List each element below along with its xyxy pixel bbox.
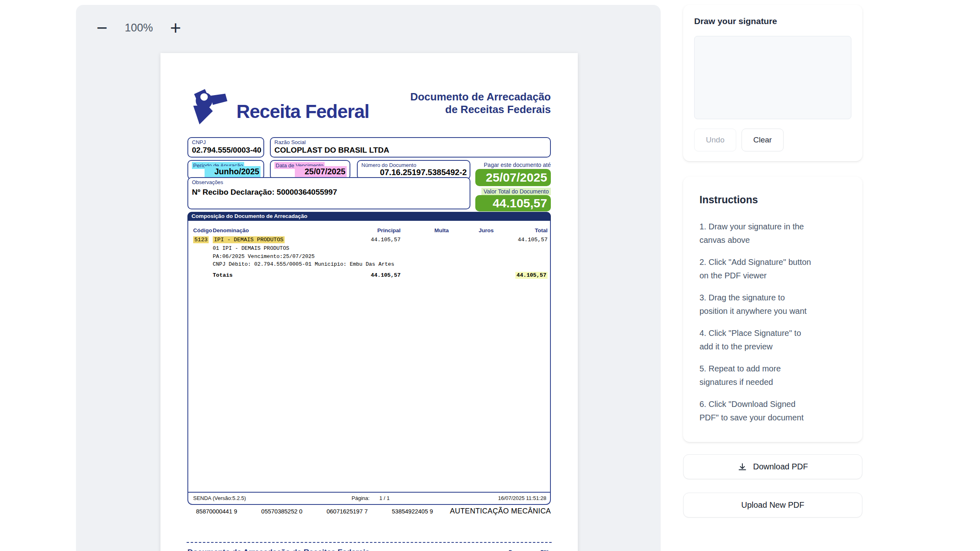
barcode-segment-4: 53854922405 9: [392, 508, 433, 515]
totais-principal: 44.105,57: [371, 272, 401, 278]
codigo-highlight: 5123: [193, 236, 209, 243]
column-multa: Multa: [434, 227, 449, 233]
table-row-total: 44.105,57: [518, 237, 548, 243]
receita-federal-logo-text: Receita Federal: [236, 100, 369, 122]
barcode-segment-1: 85870000441 9: [196, 508, 237, 515]
table-row-principal: 44.105,57: [371, 237, 401, 243]
pdf-signer-app: − 100% + Receita Federal Documento de Ar…: [0, 0, 980, 551]
field-numero-documento: Número do Documento 07.16.25197.5385492-…: [357, 160, 470, 180]
barcode-segment-3: 06071625197 7: [327, 508, 368, 515]
document-title-line2: de Receitas Federais: [410, 103, 551, 116]
page-value: 1 / 1: [379, 493, 390, 504]
instructions-card: Instructions 1. Draw your signature in t…: [683, 177, 862, 442]
pagar-ate-value: 25/07/2025: [475, 169, 551, 186]
clear-button[interactable]: Clear: [742, 129, 784, 151]
page-label: Página:: [352, 493, 370, 504]
upload-new-pdf-button[interactable]: Upload New PDF: [683, 493, 862, 518]
pdf-viewer-panel[interactable]: − 100% + Receita Federal Documento de Ar…: [76, 5, 661, 551]
denominacao-highlight: IPI - DEMAIS PRODUTOS: [213, 236, 285, 243]
barcode-numbers: 85870000441 9 05570385252 0 06071625197 …: [196, 508, 455, 515]
instruction-step-5: 5. Repeat to add more signatures if need…: [699, 362, 846, 389]
totais-label: Totais: [213, 272, 233, 278]
composicao-table: Código Denominação Principal Multa Juros…: [187, 221, 551, 505]
totais-total: 44.105,57: [515, 272, 548, 278]
autenticacao-mecanica-label: AUTENTICAÇÃO MECÂNICA: [450, 507, 551, 515]
column-denominacao: Denominação: [213, 227, 249, 233]
next-page-title: Documento de Arrecadação de Receitas Fed…: [187, 548, 370, 551]
pdf-page: Receita Federal Documento de Arrecadação…: [160, 53, 578, 551]
field-data-vencimento: Data de Vencimento 25/07/2025: [270, 160, 350, 180]
instructions-list: 1. Draw your signature in the canvas abo…: [699, 220, 846, 433]
field-observacoes-value: Nº Recibo Declaração: 50000364055997: [192, 188, 337, 197]
instruction-step-1: 1. Draw your signature in the canvas abo…: [699, 220, 846, 247]
signature-card: Draw your signature Undo Clear: [683, 5, 862, 161]
next-page-pix-label: Pague com o PIX: [509, 549, 548, 551]
field-vencimento-value: 25/07/2025: [295, 166, 347, 177]
document-footer-row: SENDA (Versão:5.2.5) Página: 1 / 1 16/07…: [188, 492, 550, 504]
totais-total-highlight: 44.105,57: [515, 272, 548, 279]
zoom-level: 100%: [119, 22, 158, 34]
field-periodo-apuracao: Período de Apuração Junho/2025: [187, 160, 264, 180]
pagar-ate-label: Pagar este documento até: [484, 162, 551, 168]
zoom-toolbar: − 100% +: [91, 16, 187, 39]
valor-total-value: 44.105,57: [475, 195, 551, 211]
field-numero-value: 07.16.25197.5385492-2: [380, 168, 467, 177]
valor-total-label: Valor Total do Documento: [481, 188, 551, 195]
table-row-details: 01 IPI - DEMAIS PRODUTOS PA:06/2025 Venc…: [213, 244, 394, 269]
column-principal: Principal: [377, 227, 401, 233]
footer-datetime: 16/07/2025 11:51:28: [498, 493, 546, 504]
zoom-in-button[interactable]: +: [164, 16, 187, 39]
upload-new-pdf-label: Upload New PDF: [741, 500, 804, 510]
field-razao-social-label: Razão Social: [274, 139, 306, 145]
signature-canvas[interactable]: [694, 36, 851, 119]
receita-federal-logo-icon: [187, 86, 232, 127]
field-razao-social: Razão Social COLOPLAST DO BRASIL LTDA: [270, 137, 551, 158]
document-title: Documento de Arrecadação de Receitas Fed…: [410, 91, 551, 116]
barcode-segment-2: 05570385252 0: [261, 508, 303, 515]
column-juros: Juros: [479, 227, 494, 233]
column-codigo: Código: [193, 227, 212, 233]
document-title-line1: Documento de Arrecadação: [410, 91, 551, 103]
field-cnpj-value: 02.794.555/0003-40: [192, 146, 261, 155]
instruction-step-6: 6. Click "Download Signed PDF" to save y…: [699, 398, 846, 424]
instruction-step-3: 3. Drag the signature to position it any…: [699, 291, 846, 318]
field-observacoes: Observações Nº Recibo Declaração: 500003…: [187, 177, 470, 209]
page-cut-separator: [187, 542, 552, 543]
field-numero-label: Número do Documento: [361, 162, 416, 168]
field-razao-social-value: COLOPLAST DO BRASIL LTDA: [274, 146, 389, 155]
download-pdf-label: Download PDF: [753, 462, 808, 471]
instruction-step-2: 2. Click "Add Signature" button on the P…: [699, 256, 846, 282]
instructions-title: Instructions: [699, 194, 758, 206]
field-cnpj-label: CNPJ: [192, 139, 206, 145]
field-periodo-value: Junho/2025: [205, 166, 261, 177]
field-observacoes-label: Observações: [192, 179, 223, 185]
instruction-step-4: 4. Click "Place Signature" to add it to …: [699, 327, 846, 353]
table-row-denominacao: IPI - DEMAIS PRODUTOS: [213, 237, 285, 243]
app-version: SENDA (Versão:5.2.5): [193, 493, 246, 504]
undo-button[interactable]: Undo: [694, 129, 736, 151]
table-row-codigo: 5123: [193, 237, 209, 243]
signature-card-title: Draw your signature: [694, 16, 777, 26]
zoom-out-button[interactable]: −: [91, 16, 114, 39]
download-pdf-button[interactable]: Download PDF: [683, 454, 862, 479]
field-cnpj: CNPJ 02.794.555/0003-40: [187, 137, 264, 158]
download-icon: [737, 462, 747, 472]
composicao-header-bar: Composição do Documento de Arrecadação: [187, 212, 551, 221]
column-total: Total: [535, 227, 548, 233]
